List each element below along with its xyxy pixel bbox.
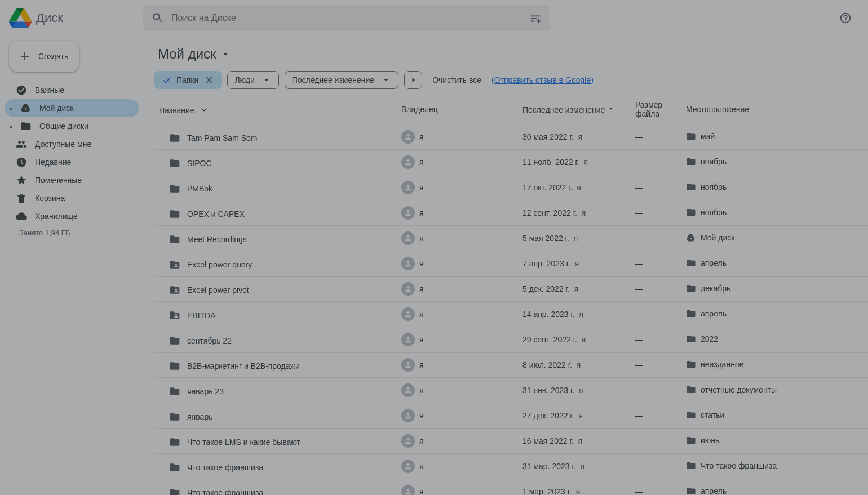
table-row[interactable]: Что такое франшизая1 мар. 2023 г. я—апре… xyxy=(154,479,868,496)
arrow-down-icon xyxy=(200,104,209,113)
sidebar-item-shareddrives[interactable]: ▸Общие диски xyxy=(5,117,139,135)
location-icon xyxy=(686,258,696,268)
modified-date: 5 мая 2022 г. xyxy=(522,234,569,243)
breadcrumb-label: Мой диск xyxy=(158,46,216,62)
search-icon[interactable] xyxy=(147,7,169,29)
storage-icon xyxy=(16,211,27,222)
new-button[interactable]: Создать xyxy=(9,41,79,72)
check-icon xyxy=(162,75,172,85)
table-row[interactable]: EBITDAя14 апр. 2023 г. я—апрель xyxy=(154,302,868,327)
trash-icon xyxy=(16,193,27,204)
close-icon[interactable] xyxy=(204,75,214,85)
location-icon xyxy=(686,385,696,395)
folder-icon xyxy=(169,183,180,194)
sidebar-item-starred[interactable]: Помеченные xyxy=(5,171,139,189)
sidebar-item-trash[interactable]: Корзина xyxy=(5,189,139,207)
sidebar-item-storage[interactable]: Хранилище xyxy=(5,207,139,225)
folder-icon xyxy=(169,487,180,496)
folder-icon xyxy=(169,208,180,220)
avatar xyxy=(401,383,415,397)
col-name[interactable]: Название xyxy=(154,95,397,124)
modified-date: 17 окт. 2022 г. xyxy=(522,183,573,192)
priority-icon xyxy=(16,84,27,96)
feedback-link[interactable]: Отправить отзыв в Google xyxy=(494,75,591,84)
sidebar-item-mydrive[interactable]: ▸Мой диск xyxy=(5,99,139,117)
chevron-down-icon xyxy=(381,75,391,85)
sidebar-item-priority[interactable]: Важные xyxy=(5,81,139,99)
clear-all-filters[interactable]: Очистить все xyxy=(428,75,486,84)
table-row[interactable]: январья27 дек. 2022 г. я—статьи xyxy=(154,403,868,429)
file-name: сентябрь 22 xyxy=(187,336,232,345)
col-location[interactable]: Местоположение xyxy=(681,95,868,124)
sidebar-item-label: Мой диск xyxy=(39,104,73,113)
starred-icon xyxy=(16,175,27,186)
avatar xyxy=(401,257,415,270)
table-row[interactable]: Meet Recordingsя5 мая 2022 г. я—Мой диск xyxy=(154,226,868,251)
location-label: статьи xyxy=(701,411,724,420)
location-label: ноябрь xyxy=(701,208,727,217)
file-size: — xyxy=(631,302,681,327)
sidebar-item-label: Помеченные xyxy=(35,176,82,185)
table-row[interactable]: сентябрь 22я29 сент. 2022 г. я—2022 xyxy=(154,327,868,353)
location-label: июнь xyxy=(701,436,719,445)
mydrive-icon xyxy=(20,102,32,114)
avatar xyxy=(401,155,415,169)
folder-icon xyxy=(169,234,180,245)
owner-label: я xyxy=(419,259,424,268)
chip-folders[interactable]: Папки xyxy=(154,71,222,89)
file-name: январь xyxy=(187,412,212,421)
table-row[interactable]: Что такое LMS и какие бываютя16 мая 2022… xyxy=(154,429,868,454)
file-name: OPEX и CAPEX xyxy=(187,209,245,218)
table-row[interactable]: Excel power pivotя5 дек. 2022 г. я—декаб… xyxy=(154,277,868,302)
file-size: — xyxy=(631,454,681,479)
search-input[interactable] xyxy=(169,13,524,23)
file-size: — xyxy=(631,429,681,454)
search-options-icon[interactable] xyxy=(524,7,547,29)
sidebar-item-shared[interactable]: Доступные мне xyxy=(5,135,139,153)
chip-scroll-right[interactable] xyxy=(404,71,422,89)
file-size: — xyxy=(631,251,681,277)
modified-by: я xyxy=(582,208,586,217)
file-name: PMBok xyxy=(187,184,212,193)
col-size[interactable]: Размер файла xyxy=(631,95,681,124)
sidebar-item-recent[interactable]: Недавние xyxy=(5,153,139,171)
location-icon xyxy=(686,486,696,496)
file-name: Excel power query xyxy=(187,260,252,269)
expand-chevron-icon[interactable]: ▸ xyxy=(10,123,13,130)
help-icon[interactable] xyxy=(834,7,857,29)
modified-by: я xyxy=(577,183,581,192)
table-row[interactable]: Tam Pam Sam Somя30 мая 2022 г. я—май xyxy=(154,124,868,150)
owner-label: я xyxy=(419,208,424,217)
logo-area[interactable]: Диск xyxy=(9,7,143,29)
expand-chevron-icon[interactable]: ▸ xyxy=(10,105,13,112)
chip-people[interactable]: Люди xyxy=(227,71,278,89)
avatar xyxy=(401,460,415,473)
sidebar-item-label: Важные xyxy=(35,86,64,95)
topbar: Диск xyxy=(0,0,868,36)
filter-row: Папки Люди Последнее изменение Очистить … xyxy=(154,71,868,95)
avatar xyxy=(401,409,415,422)
chip-modified[interactable]: Последнее изменение xyxy=(285,71,398,89)
table-row[interactable]: OPEX и CAPEXя12 сент. 2022 г. я—ноябрь xyxy=(154,200,868,226)
file-name: Что такое франшиза xyxy=(187,488,263,496)
table-row[interactable]: B2B-маркетинг и B2B-продажия8 июл. 2022 … xyxy=(154,353,868,378)
folder-icon xyxy=(169,360,180,372)
table-row[interactable]: Excel power queryя7 апр. 2023 г. я—апрел… xyxy=(154,251,868,277)
modified-by: я xyxy=(578,436,582,445)
table-row[interactable]: январь 23я31 янв. 2023 г. я—отчетные док… xyxy=(154,378,868,403)
table-row[interactable]: SIPOCя11 нояб. 2022 г. я—ноябрь xyxy=(154,150,868,175)
file-size: — xyxy=(631,479,681,496)
file-size: — xyxy=(631,200,681,226)
owner-label: я xyxy=(419,183,424,192)
table-row[interactable]: Что такое франшизая31 мар. 2023 г. я—Что… xyxy=(154,454,868,479)
breadcrumb-mydrive[interactable]: Мой диск xyxy=(154,44,234,64)
content-area: Мой диск Папки Люди Последнее изменение … xyxy=(143,36,868,495)
avatar xyxy=(401,333,415,346)
folder-icon xyxy=(169,411,180,422)
chevron-down-icon xyxy=(220,48,231,60)
file-name: январь 23 xyxy=(187,387,224,396)
col-owner[interactable]: Владелец xyxy=(397,95,518,124)
col-modified[interactable]: Последнее изменение xyxy=(518,95,631,124)
table-row[interactable]: PMBokя17 окт. 2022 г. я—ноябрь xyxy=(154,175,868,200)
modified-date: 11 нояб. 2022 г. xyxy=(522,158,579,167)
